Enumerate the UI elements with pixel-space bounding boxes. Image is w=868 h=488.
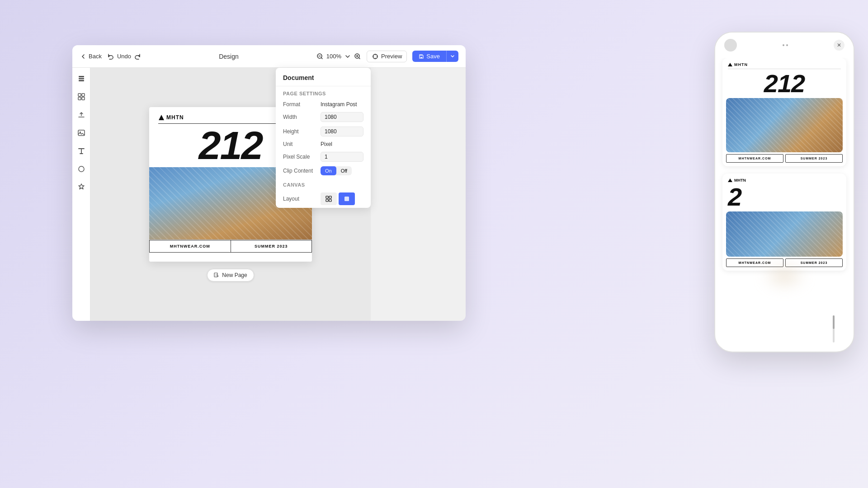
save-group: Save	[412, 51, 458, 62]
height-label: Height	[283, 128, 317, 135]
save-dropdown-button[interactable]	[446, 51, 458, 62]
svg-rect-21	[344, 197, 349, 201]
preview-scroll-area[interactable]: MHTN 212 MHTNWEAR.COM SUMMER 2023 MHTN 2…	[715, 58, 854, 352]
undo-label: Undo	[117, 53, 131, 60]
save-label: Save	[426, 53, 440, 60]
zoom-dropdown-icon[interactable]	[344, 53, 351, 60]
zoom-level: 100%	[326, 53, 341, 60]
width-label: Width	[283, 114, 317, 120]
svg-rect-9	[82, 94, 85, 96]
svg-marker-15	[159, 115, 164, 120]
preview-card2-website: MHTNWEAR.COM	[726, 258, 783, 267]
preview-panel: ✕ MHTN 212 MHTNWEAR.COM SUMMER 2023	[714, 32, 854, 352]
preview-menu-dots[interactable]	[783, 44, 788, 46]
pixel-scale-row: Pixel Scale 1	[276, 150, 371, 164]
toolbar-layers-icon[interactable]	[76, 73, 87, 84]
unit-row: Unit Pixel	[276, 139, 371, 150]
svg-rect-8	[78, 94, 81, 96]
toolbar-image-icon[interactable]	[76, 127, 87, 138]
format-label: Format	[283, 101, 317, 108]
new-page-button[interactable]: New Page	[207, 269, 254, 282]
zoom-out-icon[interactable]	[316, 53, 324, 60]
page-settings-title: Page Settings	[276, 86, 371, 99]
header-bar: Back Undo Design 100%	[72, 45, 466, 68]
preview-card1-season: SUMMER 2023	[785, 154, 843, 163]
format-value: Instagram Post	[321, 101, 363, 108]
preview-card2-image	[726, 211, 843, 257]
width-row: Width 1080	[276, 110, 371, 124]
svg-rect-18	[329, 196, 331, 198]
layout-grid-icon	[326, 196, 332, 202]
layout-single-button[interactable]	[339, 192, 355, 205]
preview-avatar	[724, 39, 737, 52]
layout-toggle	[321, 192, 355, 205]
save-icon	[419, 54, 424, 59]
svg-rect-5	[79, 76, 84, 77]
preview-icon	[372, 53, 379, 60]
svg-rect-11	[82, 97, 85, 100]
toolbar-plugin-icon[interactable]	[76, 182, 87, 192]
svg-rect-4	[420, 55, 422, 56]
preview-close-button[interactable]: ✕	[834, 40, 844, 51]
clip-on-button[interactable]: On	[321, 166, 336, 175]
svg-rect-6	[79, 78, 84, 80]
card-website: MHTNWEAR.COM	[149, 240, 231, 253]
zoom-in-icon[interactable]	[354, 53, 361, 60]
clip-off-button[interactable]: Off	[336, 166, 352, 175]
preview-card2-season: SUMMER 2023	[785, 258, 843, 267]
toolbar-text-icon[interactable]	[76, 145, 87, 156]
preview-card1-image	[726, 98, 843, 152]
width-input[interactable]: 1080	[321, 112, 363, 122]
new-page-icon	[214, 272, 219, 278]
preview-card1-number: 212	[722, 71, 846, 96]
back-button[interactable]: Back	[80, 53, 102, 60]
preview-scrollbar-thumb	[833, 315, 835, 329]
back-label: Back	[89, 53, 102, 60]
new-page-label: New Page	[222, 272, 247, 278]
undo-icon[interactable]	[107, 53, 114, 60]
preview-panel-header: ✕	[715, 33, 854, 58]
preview-logo2-icon	[728, 178, 732, 183]
document-panel-title: Document	[276, 68, 371, 86]
unit-label: Unit	[283, 141, 317, 147]
height-input[interactable]: 1080	[321, 127, 363, 136]
preview-card-1: MHTN 212 MHTNWEAR.COM SUMMER 2023	[722, 58, 846, 166]
svg-rect-19	[326, 199, 328, 202]
left-toolbar	[72, 68, 90, 321]
toolbar-components-icon[interactable]	[76, 91, 87, 102]
svg-point-14	[79, 166, 84, 172]
preview-logo1-icon	[728, 62, 732, 67]
svg-rect-20	[329, 199, 331, 202]
pixel-scale-label: Pixel Scale	[283, 154, 317, 160]
chevron-down-icon	[450, 54, 455, 58]
svg-rect-17	[326, 196, 328, 198]
undo-group: Undo	[107, 53, 141, 60]
card-season: SUMMER 2023	[231, 240, 312, 253]
svg-marker-23	[728, 178, 732, 182]
preview-card1-website: MHTNWEAR.COM	[726, 154, 783, 163]
save-button[interactable]: Save	[412, 51, 446, 62]
pixel-scale-input[interactable]: 1	[321, 152, 363, 162]
card-bottom-bar	[149, 253, 312, 262]
back-icon	[80, 53, 87, 60]
preview-button[interactable]: Preview	[367, 51, 407, 62]
zoom-control: 100%	[316, 53, 361, 60]
height-row: Height 1080	[276, 124, 371, 139]
svg-rect-7	[79, 80, 84, 81]
toolbar-shape-icon[interactable]	[76, 164, 87, 174]
editor-title: Design	[146, 53, 311, 60]
editor-window: Back Undo Design 100%	[72, 45, 466, 321]
svg-rect-10	[78, 97, 81, 100]
preview-scrollbar	[833, 315, 835, 343]
card-footer: MHTNWEAR.COM SUMMER 2023	[149, 239, 312, 253]
preview-card-2: MHTN 2 MHTNWEAR.COM SUMMER 2023	[722, 174, 846, 271]
preview-label: Preview	[381, 53, 402, 60]
layout-grid-button[interactable]	[321, 192, 337, 205]
svg-rect-3	[420, 57, 422, 58]
svg-marker-22	[728, 63, 732, 66]
card-logo-icon	[158, 114, 165, 121]
format-row: Format Instagram Post	[276, 99, 371, 110]
preview-card1-footer: MHTNWEAR.COM SUMMER 2023	[726, 154, 843, 163]
toolbar-upload-icon[interactable]	[76, 109, 87, 120]
redo-icon[interactable]	[134, 53, 141, 60]
